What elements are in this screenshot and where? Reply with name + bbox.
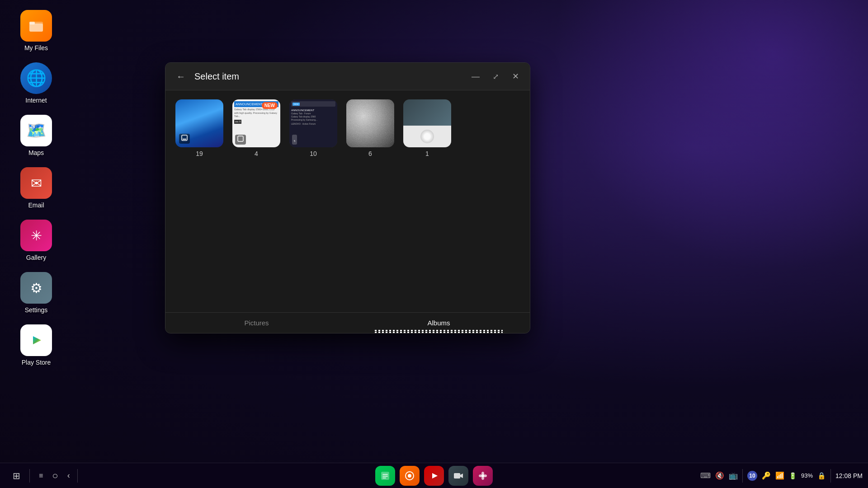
album-count: 19 xyxy=(196,150,203,157)
svg-rect-2 xyxy=(29,22,35,24)
album-item[interactable]: 6 xyxy=(345,99,395,157)
svg-point-20 xyxy=(479,474,482,477)
sidebar-item-email[interactable]: ✉ Email xyxy=(9,162,63,214)
dialog-maximize-button[interactable]: ⤢ xyxy=(489,70,502,83)
tab-pictures[interactable]: Pictures xyxy=(165,313,348,333)
svg-rect-1 xyxy=(29,23,43,32)
new-badge: NEW xyxy=(262,102,278,109)
system-tray: ⌨ 🔇 📺 10 🔑 📶 🔋 93% 🔒 12:08 PM xyxy=(700,469,863,483)
clock: 12:08 PM xyxy=(835,472,863,479)
my-files-icon xyxy=(20,10,52,42)
album-thumbnail xyxy=(175,99,223,147)
email-label: Email xyxy=(28,202,44,209)
svg-rect-5 xyxy=(182,135,187,141)
notification-badge[interactable]: 10 xyxy=(747,471,757,481)
album-grid: 19 ANNOUNCEMENT Galaxy Tab display 2560×… xyxy=(175,99,521,157)
tray-divider xyxy=(742,469,743,483)
back-icon[interactable]: ‹ xyxy=(67,471,70,480)
svg-rect-11 xyxy=(382,478,386,479)
sidebar: My Files 🌐 Internet 🗺️ Maps ✉ Email ✳ Ga… xyxy=(0,0,72,361)
svg-point-18 xyxy=(481,472,484,475)
album-count: 6 xyxy=(368,150,372,157)
dialog-minimize-button[interactable]: — xyxy=(469,70,482,83)
select-item-dialog: ← Select item — ⤢ ✕ 19 xyxy=(165,62,530,333)
keyboard-icon[interactable]: ⌨ xyxy=(700,471,711,480)
my-files-label: My Files xyxy=(24,44,48,52)
svg-point-19 xyxy=(481,476,484,480)
maps-label: Maps xyxy=(28,149,44,156)
video-app-icon[interactable] xyxy=(448,466,468,486)
svg-rect-10 xyxy=(382,476,388,477)
svg-marker-16 xyxy=(460,474,463,478)
vpn-icon[interactable]: 🔑 xyxy=(762,471,771,480)
album-item[interactable]: ANNOUNCEMENT Galaxy Tab display 2560×160… xyxy=(231,99,281,157)
volume-icon[interactable]: 🔇 xyxy=(715,471,724,480)
dex-app-icon[interactable] xyxy=(400,466,420,486)
notes-app-icon[interactable] xyxy=(375,466,395,486)
taskbar: ⊞ ≡ ○ ‹ xyxy=(0,463,868,488)
play-store-label: Play Store xyxy=(22,359,51,366)
album-count: 4 xyxy=(255,150,258,157)
album-count: 1 xyxy=(425,150,429,157)
svg-rect-15 xyxy=(454,473,460,479)
dialog-titlebar: ← Select item — ⤢ ✕ xyxy=(165,63,530,90)
sidebar-item-play-store[interactable]: Play Store xyxy=(9,319,63,371)
media-app-icon[interactable] xyxy=(424,466,444,486)
album-thumbnail: NEW ANNOUNCEMENT Galaxy Tab · Forum Gala… xyxy=(289,99,337,147)
gallery-icon: ✳ xyxy=(20,220,52,251)
play-store-icon xyxy=(20,324,52,356)
battery-percent: 93% xyxy=(801,472,813,479)
sidebar-item-gallery[interactable]: ✳ Gallery xyxy=(9,214,63,267)
svg-rect-9 xyxy=(382,474,388,475)
dialog-close-button[interactable]: ✕ xyxy=(509,70,522,83)
svg-rect-6 xyxy=(183,139,186,140)
dialog-title: Select item xyxy=(188,71,469,82)
settings-icon: ⚙ xyxy=(20,272,52,304)
maps-icon: 🗺️ xyxy=(20,115,52,146)
email-icon: ✉ xyxy=(20,167,52,199)
album-thumbnail xyxy=(403,99,451,147)
album-item[interactable]: 19 xyxy=(175,99,224,157)
battery-icon[interactable]: 🔋 xyxy=(789,472,797,479)
apps-grid-icon[interactable]: ⊞ xyxy=(13,470,20,481)
dialog-back-button[interactable]: ← xyxy=(174,69,188,84)
dialog-controls: — ⤢ ✕ xyxy=(469,70,522,83)
time-divider xyxy=(830,469,831,483)
screen-icon[interactable]: 📺 xyxy=(729,471,738,480)
dialog-tabs: Pictures Albums xyxy=(165,312,530,333)
sidebar-item-maps[interactable]: 🗺️ Maps xyxy=(9,109,63,162)
svg-marker-14 xyxy=(432,473,438,479)
taskbar-center-apps xyxy=(375,466,493,486)
album-item[interactable]: NEW ANNOUNCEMENT Galaxy Tab · Forum Gala… xyxy=(288,99,338,157)
svg-point-13 xyxy=(408,474,411,478)
svg-rect-7 xyxy=(238,136,243,141)
lines-icon[interactable]: ≡ xyxy=(39,472,43,480)
album-thumbnail: ANNOUNCEMENT Galaxy Tab display 2560×160… xyxy=(232,99,280,147)
lotus-app-icon[interactable] xyxy=(473,466,493,486)
sidebar-item-internet[interactable]: 🌐 Internet xyxy=(9,57,63,109)
svg-point-21 xyxy=(483,474,487,477)
wifi-icon[interactable]: 📶 xyxy=(775,471,784,480)
settings-label: Settings xyxy=(25,306,48,314)
nav-divider xyxy=(29,469,30,483)
dialog-content: 19 ANNOUNCEMENT Galaxy Tab display 2560×… xyxy=(165,90,530,312)
circle-icon[interactable]: ○ xyxy=(52,470,58,482)
album-thumbnail xyxy=(346,99,394,147)
tab-albums[interactable]: Albums xyxy=(348,313,530,333)
album-item[interactable]: 1 xyxy=(402,99,452,157)
album-count: 10 xyxy=(310,150,317,157)
internet-icon: 🌐 xyxy=(20,62,52,94)
gallery-label: Gallery xyxy=(26,254,46,261)
sidebar-item-settings[interactable]: ⚙ Settings xyxy=(9,267,63,319)
taskbar-nav: ⊞ ≡ ○ ‹ xyxy=(5,469,78,483)
sidebar-item-my-files[interactable]: My Files xyxy=(9,5,63,57)
lock-icon[interactable]: 🔒 xyxy=(817,472,826,480)
internet-label: Internet xyxy=(25,97,47,104)
